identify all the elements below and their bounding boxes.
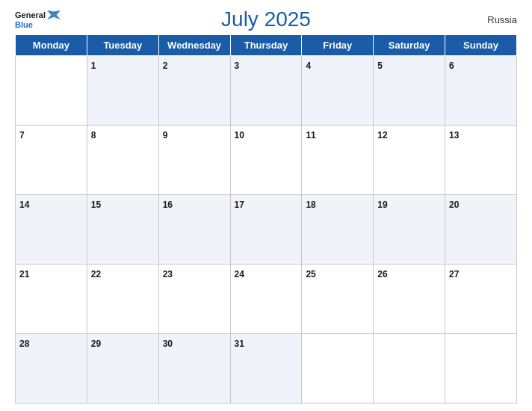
calendar-header-tuesday: Tuesday	[87, 35, 158, 56]
calendar-day-cell: 2	[158, 56, 230, 126]
calendar-day-cell: 6	[445, 56, 517, 126]
calendar-week-row: 14151617181920	[16, 195, 517, 265]
page-title: July 2025	[221, 7, 311, 31]
calendar-week-row: 123456	[16, 56, 517, 126]
day-number: 26	[377, 269, 387, 279]
logo-general-text: General	[15, 10, 46, 19]
calendar-week-row: 21222324252627	[16, 265, 517, 334]
calendar-day-cell	[302, 334, 374, 404]
calendar-day-cell: 5	[374, 56, 445, 126]
day-number: 21	[19, 269, 29, 279]
day-number: 16	[163, 200, 173, 210]
calendar-week-row: 78910111213	[16, 126, 517, 195]
calendar-day-cell: 4	[302, 56, 374, 126]
calendar-day-cell: 18	[302, 195, 374, 265]
page-header: General Blue July 2025 Russia	[15, 7, 517, 31]
svg-marker-0	[47, 10, 61, 20]
day-number: 6	[449, 61, 454, 71]
calendar-day-cell: 10	[230, 126, 302, 195]
logo: General Blue	[15, 10, 61, 29]
calendar-header-row: MondayTuesdayWednesdayThursdayFridaySatu…	[16, 35, 517, 56]
calendar-day-cell: 22	[87, 265, 158, 334]
day-number: 15	[91, 200, 101, 210]
day-number: 10	[235, 130, 244, 140]
day-number: 29	[91, 339, 101, 349]
calendar-header-saturday: Saturday	[374, 35, 445, 56]
calendar-day-cell: 17	[230, 195, 302, 265]
calendar-day-cell: 14	[16, 195, 87, 265]
logo-blue-text: Blue	[15, 20, 33, 29]
calendar-header-monday: Monday	[16, 35, 87, 56]
calendar-header-friday: Friday	[302, 35, 374, 56]
day-number: 23	[163, 269, 173, 279]
day-number: 31	[235, 339, 244, 349]
day-number: 13	[449, 130, 459, 140]
country-label: Russia	[487, 14, 517, 25]
day-number: 4	[306, 61, 311, 71]
day-number: 28	[19, 339, 29, 349]
calendar-day-cell: 9	[158, 126, 230, 195]
calendar-day-cell: 8	[87, 126, 158, 195]
day-number: 1	[91, 61, 96, 71]
day-number: 30	[163, 339, 173, 349]
day-number: 25	[306, 269, 315, 279]
calendar-day-cell: 13	[445, 126, 517, 195]
calendar-day-cell: 12	[374, 126, 445, 195]
calendar-day-cell: 16	[158, 195, 230, 265]
day-number: 18	[306, 200, 315, 210]
calendar-header-sunday: Sunday	[445, 35, 517, 56]
day-number: 17	[235, 200, 244, 210]
calendar-header-thursday: Thursday	[230, 35, 302, 56]
day-number: 7	[19, 130, 25, 140]
day-number: 5	[377, 61, 383, 71]
calendar-day-cell: 3	[230, 56, 302, 126]
calendar-table: MondayTuesdayWednesdayThursdayFridaySatu…	[15, 34, 517, 404]
calendar-day-cell: 25	[302, 265, 374, 334]
day-number: 14	[19, 200, 29, 210]
calendar-week-row: 28293031	[16, 334, 517, 404]
calendar-day-cell: 11	[302, 126, 374, 195]
day-number: 8	[91, 130, 96, 140]
calendar-day-cell	[374, 334, 445, 404]
calendar-header-wednesday: Wednesday	[158, 35, 230, 56]
calendar-day-cell: 29	[87, 334, 158, 404]
calendar-day-cell: 23	[158, 265, 230, 334]
calendar-day-cell: 30	[158, 334, 230, 404]
calendar-day-cell	[16, 56, 87, 126]
calendar-day-cell: 26	[374, 265, 445, 334]
day-number: 11	[306, 130, 315, 140]
calendar-day-cell	[445, 334, 517, 404]
calendar-day-cell: 15	[87, 195, 158, 265]
calendar-day-cell: 31	[230, 334, 302, 404]
calendar-day-cell: 7	[16, 126, 87, 195]
calendar-day-cell: 28	[16, 334, 87, 404]
calendar-day-cell: 20	[445, 195, 517, 265]
day-number: 22	[91, 269, 101, 279]
day-number: 27	[449, 269, 459, 279]
calendar-day-cell: 24	[230, 265, 302, 334]
calendar-day-cell: 1	[87, 56, 158, 126]
day-number: 3	[235, 61, 240, 71]
day-number: 9	[163, 130, 168, 140]
calendar-day-cell: 19	[374, 195, 445, 265]
day-number: 20	[449, 200, 459, 210]
calendar-day-cell: 21	[16, 265, 87, 334]
calendar-day-cell: 27	[445, 265, 517, 334]
logo-bird-icon	[47, 10, 61, 20]
day-number: 12	[377, 130, 387, 140]
day-number: 19	[377, 200, 387, 210]
day-number: 2	[163, 61, 168, 71]
day-number: 24	[235, 269, 244, 279]
